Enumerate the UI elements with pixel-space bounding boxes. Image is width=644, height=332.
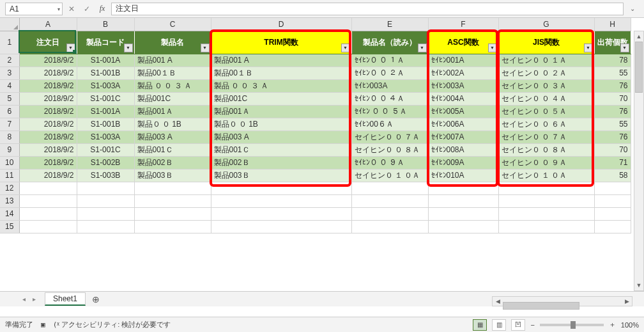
add-sheet-button[interactable]: ⊕ (89, 293, 102, 306)
column-header-C[interactable]: C (134, 18, 211, 31)
filter-button-F[interactable]: ▼ (488, 43, 497, 52)
cell-F9[interactable]: ｾｲﾋﾝ008A (428, 143, 498, 156)
cell-E7[interactable]: ｾｲﾋﾝ00６Ａ (351, 118, 428, 130)
cell-A15[interactable] (19, 220, 77, 233)
cell-B12[interactable] (77, 182, 134, 194)
cell-H12[interactable] (594, 182, 631, 194)
cell-B9[interactable]: S1-001C (77, 143, 134, 156)
cell-E14[interactable] (351, 207, 428, 220)
header-cell-C[interactable]: 製品名▼ (134, 31, 211, 54)
insert-function-button[interactable]: fx (96, 3, 109, 15)
cell-F14[interactable] (428, 207, 498, 220)
cell-B11[interactable]: S1-003B (77, 169, 134, 182)
cell-A5[interactable]: 2018/9/2 (19, 92, 77, 105)
header-cell-A[interactable]: 注文日▼ (19, 31, 77, 54)
column-header-E[interactable]: E (351, 18, 428, 31)
cell-B10[interactable]: S1-002B (77, 156, 134, 169)
cell-G9[interactable]: セイヒン０ ０ ８Ａ (498, 143, 594, 156)
cell-E12[interactable] (351, 182, 428, 194)
row-header-5[interactable]: 5 (0, 92, 19, 105)
cell-B13[interactable] (77, 194, 134, 207)
column-header-F[interactable]: F (428, 18, 498, 31)
row-header-11[interactable]: 11 (0, 169, 19, 182)
cell-H10[interactable]: 71 (594, 156, 631, 169)
cell-A7[interactable]: 2018/9/2 (19, 118, 77, 130)
page-break-view-button[interactable]: 凹 (511, 319, 525, 331)
sheet-tab-active[interactable]: Sheet1 (45, 292, 86, 306)
cell-D10[interactable]: 製品002Ｂ (211, 156, 351, 169)
cell-F3[interactable]: ｾｲﾋﾝ002A (428, 67, 498, 79)
cell-H7[interactable]: 55 (594, 118, 631, 130)
row-header-6[interactable]: 6 (0, 105, 19, 118)
zoom-out-button[interactable]: − (530, 321, 534, 329)
cell-C15[interactable] (134, 220, 211, 233)
cell-D3[interactable]: 製品00１Ｂ (211, 67, 351, 79)
row-header-4[interactable]: 4 (0, 79, 19, 92)
cell-E4[interactable]: ｾｲﾋﾝ003A (351, 79, 428, 92)
expand-formula-bar-icon[interactable]: ⌄ (626, 3, 639, 15)
cell-A8[interactable]: 2018/9/2 (19, 130, 77, 143)
cell-A11[interactable]: 2018/9/2 (19, 169, 77, 182)
zoom-in-button[interactable]: ＋ (609, 320, 616, 329)
cell-B4[interactable]: S1-003A (77, 79, 134, 92)
cell-G11[interactable]: セイヒン０ １ ０Ａ (498, 169, 594, 182)
cell-B7[interactable]: S1-001B (77, 118, 134, 130)
row-header-12[interactable]: 12 (0, 182, 19, 194)
cell-G15[interactable] (498, 220, 594, 233)
scroll-thumb-h[interactable] (503, 302, 579, 310)
cell-C4[interactable]: 製品 ０ ０ ３ Ａ (134, 79, 211, 92)
cell-E6[interactable]: ｾｲﾋﾝ ０ ０ ５Ａ (351, 105, 428, 118)
cell-G10[interactable]: セイヒン０ ０ ９Ａ (498, 156, 594, 169)
cell-F15[interactable] (428, 220, 498, 233)
cell-G4[interactable]: セイヒン０ ０ ３Ａ (498, 79, 594, 92)
header-cell-B[interactable]: 製品コード▼ (77, 31, 134, 54)
cell-B8[interactable]: S1-003A (77, 130, 134, 143)
horizontal-scrollbar[interactable]: ◀ ▶ (492, 296, 632, 306)
cell-G3[interactable]: セイヒン０ ０ ２Ａ (498, 67, 594, 79)
cell-F8[interactable]: ｾｲﾋﾝ007A (428, 130, 498, 143)
header-cell-H[interactable]: 出荷個数▼ (594, 31, 631, 54)
cell-C5[interactable]: 製品001C (134, 92, 211, 105)
row-header-10[interactable]: 10 (0, 156, 19, 169)
cell-G12[interactable] (498, 182, 594, 194)
cell-A14[interactable] (19, 207, 77, 220)
header-cell-F[interactable]: ASC関数▼ (428, 31, 498, 54)
cell-D15[interactable] (211, 220, 351, 233)
cell-D11[interactable]: 製品003Ｂ (211, 169, 351, 182)
cell-C14[interactable] (134, 207, 211, 220)
cell-B3[interactable]: S1-001B (77, 67, 134, 79)
cell-G8[interactable]: セイヒン０ ０ ７Ａ (498, 130, 594, 143)
cell-E8[interactable]: セイヒン０ ０ ７Ａ (351, 130, 428, 143)
zoom-slider[interactable] (540, 324, 604, 326)
cell-A6[interactable]: 2018/9/2 (19, 105, 77, 118)
cell-C13[interactable] (134, 194, 211, 207)
filter-button-B[interactable]: ▼ (124, 43, 133, 52)
cell-B15[interactable] (77, 220, 134, 233)
name-box[interactable]: A1 ▾ (5, 3, 63, 15)
header-cell-D[interactable]: TRIM関数▼ (211, 31, 351, 54)
scroll-left-icon[interactable]: ◀ (493, 298, 503, 304)
cell-G5[interactable]: セイヒン０ ０ ４Ａ (498, 92, 594, 105)
spreadsheet-grid[interactable]: ABCDEFGH1注文日▼製品コード▼製品名▼TRIM関数▼製品名（読み）▼AS… (0, 18, 644, 233)
cell-H15[interactable] (594, 220, 631, 233)
cell-A12[interactable] (19, 182, 77, 194)
cell-C9[interactable]: 製品001Ｃ (134, 143, 211, 156)
filter-button-A[interactable]: ▼ (66, 43, 75, 52)
cell-F5[interactable]: ｾｲﾋﾝ004A (428, 92, 498, 105)
cell-C6[interactable]: 製品001Ａ (134, 105, 211, 118)
accessibility-status[interactable]: (ᵡ アクセシビリティ: 検討が必要です (53, 320, 171, 329)
filter-button-H[interactable]: ▼ (620, 43, 629, 52)
cell-D12[interactable] (211, 182, 351, 194)
cell-E5[interactable]: ｾｲﾋﾝ０ ０ ４Ａ (351, 92, 428, 105)
cell-E15[interactable] (351, 220, 428, 233)
formula-input[interactable]: 注文日 (111, 3, 624, 15)
cell-H3[interactable]: 55 (594, 67, 631, 79)
cell-F13[interactable] (428, 194, 498, 207)
cell-E9[interactable]: セイヒン０ ０ ８Ａ (351, 143, 428, 156)
row-header-13[interactable]: 13 (0, 194, 19, 207)
cell-D5[interactable]: 製品001C (211, 92, 351, 105)
cell-D2[interactable]: 製品001 A (211, 54, 351, 67)
filter-button-G[interactable]: ▼ (584, 43, 593, 52)
zoom-level[interactable]: 100% (621, 321, 639, 329)
cell-D13[interactable] (211, 194, 351, 207)
